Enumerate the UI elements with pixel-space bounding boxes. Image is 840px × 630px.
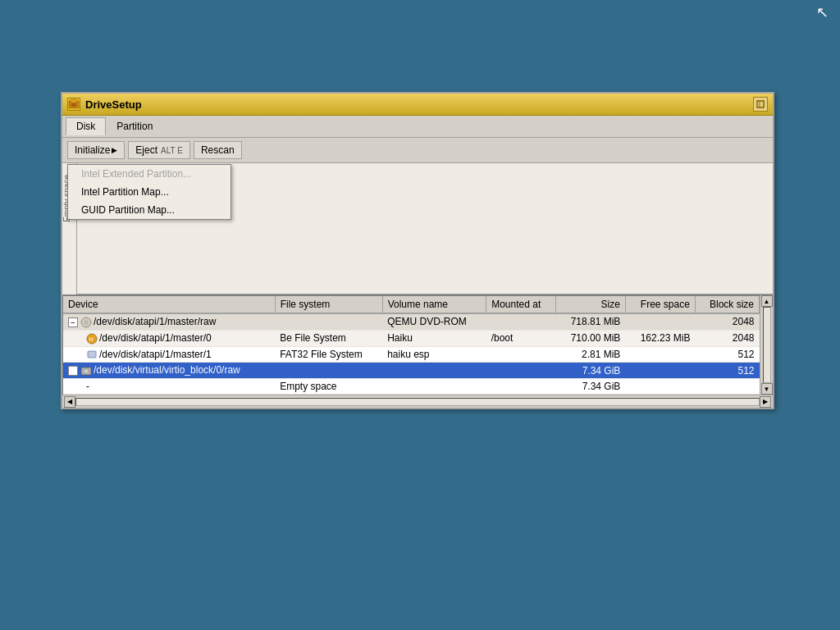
scroll-down-button[interactable]: ▼ <box>761 383 773 395</box>
cell-size: 7.34 GiB <box>556 379 626 395</box>
cell-size: 7.34 GiB <box>556 363 626 379</box>
cell-device: /dev/disk/atapi/1/master/1 <box>63 346 275 363</box>
window-title: DriveSetup <box>85 98 748 111</box>
horizontal-scrollbar[interactable]: ◀ ▶ <box>62 395 773 408</box>
svg-point-7 <box>85 322 87 323</box>
table-row[interactable]: H/dev/disk/atapi/1/master/0Be File Syste… <box>63 330 760 346</box>
cell-filesystem: Empty space <box>275 379 382 395</box>
svg-rect-1 <box>71 99 77 103</box>
table-row[interactable]: −/dev/disk/atapi/1/master/rawQEMU DVD-RO… <box>63 313 760 330</box>
svg-text:H: H <box>89 336 94 342</box>
rescan-button[interactable]: Rescan <box>194 141 242 159</box>
cell-freespace <box>625 363 695 379</box>
dropdown-item-guid-partition[interactable]: GUID Partition Map... <box>68 201 231 219</box>
cell-filesystem: Be File System <box>275 330 382 346</box>
col-header-device: Device <box>63 296 275 313</box>
cell-size: 2.81 MiB <box>556 346 626 363</box>
cell-size: 718.81 MiB <box>556 313 626 330</box>
scroll-up-button[interactable]: ▲ <box>761 295 773 307</box>
menu-tabs: Disk Partition <box>62 116 773 138</box>
titlebar: DriveSetup <box>62 94 773 116</box>
scroll-left-button[interactable]: ◀ <box>64 396 75 408</box>
cursor-icon: ↖ <box>816 3 829 21</box>
tree-expand-icon[interactable]: − <box>68 317 78 327</box>
cell-size: 710.00 MiB <box>556 330 626 346</box>
app-icon <box>67 98 80 111</box>
cell-volumename <box>382 379 486 395</box>
cell-freespace: 162.23 MiB <box>625 330 695 346</box>
svg-point-13 <box>85 371 87 372</box>
cell-blocksize: 512 <box>695 346 759 363</box>
cell-device: −/dev/disk/atapi/1/master/raw <box>63 313 275 330</box>
initialize-button[interactable]: Initialize ▶ <box>67 141 125 159</box>
cell-mountedat <box>486 379 556 395</box>
cell-volumename: QEMU DVD-ROM <box>382 313 486 330</box>
col-header-blocksize: Block size <box>695 296 759 313</box>
window-zoom-button[interactable] <box>753 97 768 112</box>
cell-freespace <box>625 379 695 395</box>
cell-volumename: haiku esp <box>382 346 486 363</box>
dropdown-item-intel-partition[interactable]: Intel Partition Map... <box>68 183 231 201</box>
initialize-arrow-icon: ▶ <box>112 146 117 154</box>
svg-rect-2 <box>71 103 76 107</box>
dropdown-item-intel-extended: Intel Extended Partition... <box>68 165 231 183</box>
cell-blocksize: 2048 <box>695 313 759 330</box>
table-container: Device File system Volume name Mounted a… <box>62 295 760 395</box>
cell-mountedat: /boot <box>486 330 556 346</box>
cell-mountedat <box>486 363 556 379</box>
cell-blocksize <box>695 379 759 395</box>
col-header-size: Size <box>556 296 626 313</box>
cell-volumename <box>382 363 486 379</box>
scroll-h-track[interactable] <box>75 398 760 406</box>
cell-blocksize: 512 <box>695 363 759 379</box>
scroll-right-button[interactable]: ▶ <box>760 396 771 408</box>
table-row[interactable]: /dev/disk/atapi/1/master/1FAT32 File Sys… <box>63 346 760 363</box>
cell-freespace <box>625 346 695 363</box>
table-header-row: Device File system Volume name Mounted a… <box>63 296 760 313</box>
tab-disk[interactable]: Disk <box>66 117 106 135</box>
svg-rect-3 <box>757 101 764 107</box>
initialize-dropdown: Intel Extended Partition... Intel Partit… <box>67 164 231 220</box>
drivesetup-window: DriveSetup Disk Partition Initialize ▶ E… <box>61 92 774 409</box>
col-header-volumename: Volume name <box>382 296 486 313</box>
toolbar: Initialize ▶ Eject ALT E Rescan Intel Ex… <box>62 138 773 163</box>
col-header-freespace: Free space <box>625 296 695 313</box>
cell-freespace <box>625 313 695 330</box>
table-row[interactable]: -Empty space7.34 GiB <box>63 379 760 395</box>
partition-table: Device File system Volume name Mounted a… <box>63 296 760 395</box>
table-section: Device File system Volume name Mounted a… <box>62 294 773 395</box>
vertical-scrollbar[interactable]: ▲ ▼ <box>760 295 773 395</box>
table-body: −/dev/disk/atapi/1/master/rawQEMU DVD-RO… <box>63 313 760 395</box>
col-header-filesystem: File system <box>275 296 382 313</box>
cell-blocksize: 2048 <box>695 330 759 346</box>
eject-button[interactable]: Eject ALT E <box>128 141 190 159</box>
cell-volumename: Haiku <box>382 330 486 346</box>
col-header-mountedat: Mounted at <box>486 296 556 313</box>
cell-filesystem <box>275 363 382 379</box>
cell-mountedat <box>486 346 556 363</box>
cell-device: H/dev/disk/atapi/1/master/0 <box>63 330 275 346</box>
table-row[interactable]: −/dev/disk/virtual/virtio_block/0/raw7.3… <box>63 363 760 379</box>
cell-filesystem: FAT32 File System <box>275 346 382 363</box>
cell-device: −/dev/disk/virtual/virtio_block/0/raw <box>63 363 275 379</box>
cell-filesystem <box>275 313 382 330</box>
tree-expand-icon[interactable]: − <box>68 366 78 376</box>
cell-device: - <box>63 379 275 395</box>
tab-partition[interactable]: Partition <box>106 117 163 135</box>
scroll-v-track[interactable] <box>763 307 771 383</box>
svg-rect-10 <box>88 351 96 358</box>
cell-mountedat <box>486 313 556 330</box>
